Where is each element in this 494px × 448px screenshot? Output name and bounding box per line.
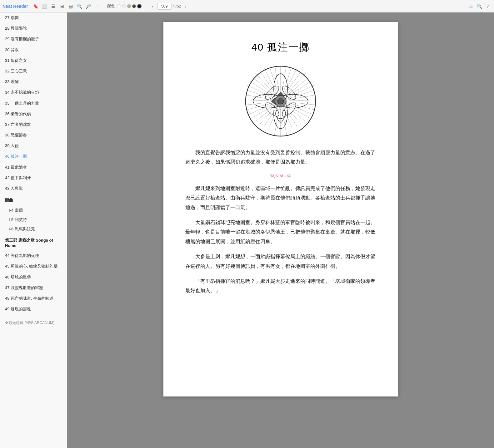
paragraph-2: 娜凡妮來到地圖室附近時，這區域一片忙亂。傳訊員完成了他們的任務，她發現走廊已設置… <box>185 184 376 212</box>
copy-icon[interactable]: ⬜ <box>41 3 48 10</box>
sidebar-sub-item-s14[interactable]: I-4 韋爾 <box>0 206 67 215</box>
sidebar: 27 旗幟 28 異端邪說 29 沒有柵欄的籠子 30 背叛 31 叛徒之女 3… <box>0 12 67 448</box>
sidebar-item-ch41[interactable]: 41 最危險者 <box>0 162 67 173</box>
search-icon[interactable]: 🔍 <box>76 3 83 10</box>
toolbar: Neat Reader 🔖 ⬜ ☰ ⊞ ▤ 🔍 🔎 ↑ 配色 ‹ / 752 ›… <box>0 0 494 12</box>
sidebar-item-ch29[interactable]: 29 沒有柵欄的籠子 <box>0 34 67 44</box>
menu-icon[interactable]: ☰ <box>50 3 57 10</box>
book-page: 40 孤注一擲 <box>163 22 398 396</box>
paragraph-4: 大多是上尉，娜凡妮想，一面辨識指揮幕僚局上的繩結。一個營爵。因為休假才留在這裡的… <box>185 252 376 271</box>
export-icon[interactable]: ↑ <box>94 3 101 10</box>
paragraph-1: 我的直覺告訴我憎惡的力量並沒有受到妥善控制。載體會順應力量的意志。在過了這麼久之… <box>185 148 376 167</box>
sidebar-item-ch32[interactable]: 32 三心三意 <box>0 66 67 76</box>
sidebar-item-ch36[interactable]: 36 榮譽的代價 <box>0 109 67 119</box>
page-navigation: ‹ / 752 › <box>149 3 189 10</box>
color-dot-black[interactable] <box>137 4 142 8</box>
sidebar-item-ch49[interactable]: 49 發現的靈魂 <box>0 304 67 314</box>
next-page-button[interactable]: › <box>182 3 189 10</box>
color-dot-dark[interactable] <box>132 4 136 8</box>
sidebar-sub-item-s16[interactable]: I-6 恩惠與詛咒 <box>0 224 67 234</box>
sidebar-item-ch31[interactable]: 31 叛徒之女 <box>0 55 67 66</box>
sidebar-item-ch34[interactable]: 34 永不熄滅的火焰 <box>0 87 67 98</box>
chapter-illustration <box>185 64 376 139</box>
color-dot-green[interactable] <box>127 4 131 8</box>
search2-icon[interactable]: 🔎 <box>85 3 92 10</box>
sidebar-item-ch27[interactable]: 27 旗幟 <box>0 12 67 23</box>
sidebar-item-ch37[interactable]: 37 亡者的沈默 <box>0 119 67 130</box>
page-number-input[interactable] <box>157 3 172 10</box>
sidebar-item-ch48[interactable]: 48 死亡的味道, 生命的味道 <box>0 293 67 304</box>
sidebar-item-ch46[interactable]: 46 塔城的重堡 <box>0 272 67 283</box>
page-total: / 752 <box>173 4 181 8</box>
sidebar-item-ch33[interactable]: 33 理解 <box>0 76 67 87</box>
sidebar-item-ch30[interactable]: 30 背叛 <box>0 45 67 55</box>
grid-icon[interactable]: ⊞ <box>59 3 66 10</box>
cloud-icon[interactable]: ☁️ <box>467 3 474 10</box>
sidebar-item-ch44[interactable]: 44 等待點燃的火種 <box>0 250 67 261</box>
layout-icon[interactable]: ▤ <box>67 3 74 10</box>
fullscreen-icon[interactable]: ⤢ <box>485 3 492 10</box>
color-dot-white[interactable] <box>117 4 121 8</box>
sidebar-item-ch39[interactable]: 39 入侵 <box>0 140 67 151</box>
toolbar-separator-2 <box>145 3 145 9</box>
sidebar-item-ch38[interactable]: 38 恐懼節奏 <box>0 130 67 140</box>
main-layout: 27 旗幟 28 異端邪說 29 沒有柵欄的籠子 30 背叛 31 叛徒之女 3… <box>0 12 494 448</box>
sidebar-section-overture: 開曲 <box>0 195 67 206</box>
sidebar-item-ch35[interactable]: 35 一個士兵的力量 <box>0 98 67 109</box>
chapter-title: 40 孤注一擲 <box>185 41 376 54</box>
sidebar-item-ch43[interactable]: 43 人與獸 <box>0 183 67 194</box>
search-right-icon[interactable]: 🔍 <box>476 3 483 10</box>
color-theme-label: 配色 <box>107 3 115 9</box>
prev-page-button[interactable]: ‹ <box>149 3 156 10</box>
sidebar-sub-item-s15[interactable]: I-5 利芙特 <box>0 215 67 224</box>
sidebar-item-ch40[interactable]: 40 孤注一擲 <box>0 151 67 162</box>
sidebar-item-ch47[interactable]: 47 以靈魂鍛造的牢籠 <box>0 283 67 293</box>
bookmark-icon[interactable]: 🔖 <box>32 3 39 10</box>
watermark: nayona．cn <box>185 173 376 178</box>
sidebar-footer: ❖觀光秘典 (ARS ARCANUM) <box>0 317 67 329</box>
app-title: Neat Reader <box>2 4 28 9</box>
content-area: 40 孤注一擲 <box>67 12 494 448</box>
paragraph-3: 大量鑽石錢球照亮地圖室。身穿科林藍的軍官臨時被叫來，和幾個官員站在一起。最年輕，… <box>185 218 376 246</box>
color-dot-sepia[interactable] <box>122 4 126 8</box>
right-toolbar-icons: ☁️ 🔍 ⤢ <box>467 3 492 10</box>
svg-point-52 <box>277 98 284 104</box>
color-theme-selector: 配色 <box>107 3 142 9</box>
toolbar-separator-1 <box>104 3 104 9</box>
sidebar-item-ch28[interactable]: 28 異端邪說 <box>0 23 67 34</box>
chapter-illustration-svg <box>243 64 318 139</box>
paragraph-5: 「有里昂指揮官的消息嗎？」娜凡妮大步走進來的同時問道。「塔城衛隊的領導者最好也加… <box>185 277 376 296</box>
sidebar-item-ch45[interactable]: 45 勇敢的心, 敏銳又狡黠的腦 <box>0 261 67 272</box>
sidebar-item-ch42[interactable]: 42 盔甲與利牙 <box>0 173 67 183</box>
sidebar-section-part3: 第三部 家鄉之歌 Songs of Home <box>0 235 67 250</box>
